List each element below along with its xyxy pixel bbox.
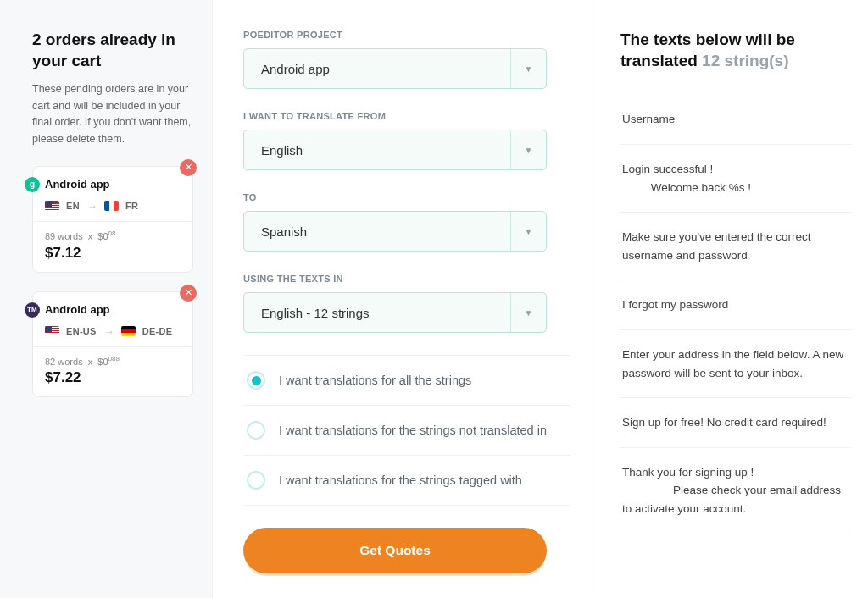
cart-item-meta: 82 words x $0088 <box>45 355 181 367</box>
select-to-value: Spanish <box>261 224 307 239</box>
label-texts: USING THE TEXTS IN <box>243 274 570 284</box>
string-preview-item: Username <box>620 95 851 145</box>
filter-radio-option[interactable]: I want translations for the strings tagg… <box>243 456 570 506</box>
select-texts-value: English - 12 strings <box>261 306 370 320</box>
flag-icon <box>45 326 59 336</box>
get-quotes-button[interactable]: Get Quotes <box>243 528 547 573</box>
label-from: I WANT TO TRANSLATE FROM <box>243 111 570 121</box>
select-from-language[interactable]: English ▼ <box>243 130 547 170</box>
select-project-value: Android app <box>261 62 330 76</box>
chevron-down-icon: ▼ <box>510 130 546 169</box>
preview-heading: The texts below will be translated 12 st… <box>620 30 851 71</box>
flag-icon <box>45 201 59 211</box>
string-preview-item: Enter your address in the field below. A… <box>620 330 851 398</box>
select-project[interactable]: Android app ▼ <box>243 48 547 89</box>
provider-badge: g <box>25 177 40 192</box>
provider-badge: TM <box>25 302 40 318</box>
select-to-language[interactable]: Spanish ▼ <box>243 211 547 252</box>
label-to: TO <box>243 192 570 202</box>
cart-item: ✕ g Android app EN → FR 89 words x $008 … <box>32 166 193 273</box>
radio-icon <box>247 471 265 490</box>
from-language-code: EN-US <box>66 326 97 336</box>
cart-item-title: Android app <box>45 303 110 316</box>
cart-heading: 2 orders already in your cart <box>32 30 193 71</box>
string-preview-item: Thank you for signing up ! Please check … <box>620 448 851 534</box>
chevron-down-icon: ▼ <box>510 293 546 332</box>
flag-icon <box>104 201 119 211</box>
arrow-right-icon: → <box>103 325 114 338</box>
to-language-code: FR <box>125 201 138 211</box>
close-icon: ✕ <box>185 162 192 173</box>
radio-icon <box>247 371 265 390</box>
filter-radio-group: I want translations for all the strings … <box>243 355 570 506</box>
cart-item-title: Android app <box>45 178 110 191</box>
arrow-right-icon: → <box>86 200 97 213</box>
string-preview-item: I forgot my password <box>620 280 851 330</box>
close-icon: ✕ <box>185 287 192 298</box>
to-language-code: DE-DE <box>142 326 173 336</box>
flag-icon <box>121 326 136 336</box>
radio-label: I want translations for all the strings <box>279 374 471 387</box>
cart-item-price: $7.12 <box>45 245 181 262</box>
cart-item: ✕ TM Android app EN-US → DE-DE 82 words … <box>32 291 193 398</box>
remove-cart-item-button[interactable]: ✕ <box>180 285 197 302</box>
translation-form: POEDITOR PROJECT Android app ▼ I WANT TO… <box>212 0 593 598</box>
string-preview-item: Login successful ! Welcome back %s ! <box>620 145 851 213</box>
radio-label: I want translations for the strings not … <box>279 424 547 437</box>
select-texts[interactable]: English - 12 strings ▼ <box>243 292 547 333</box>
from-language-code: EN <box>66 201 80 211</box>
filter-radio-option[interactable]: I want translations for the strings not … <box>243 406 570 456</box>
select-from-value: English <box>261 143 303 158</box>
string-preview-item: Make sure you've entered the correct use… <box>620 213 851 280</box>
chevron-down-icon: ▼ <box>510 212 546 251</box>
preview-count: 12 string(s) <box>702 52 788 69</box>
radio-label: I want translations for the strings tagg… <box>279 473 522 487</box>
cart-items-container: ✕ g Android app EN → FR 89 words x $008 … <box>32 166 193 397</box>
string-preview-item: Sign up for free! No credit card require… <box>620 398 851 448</box>
radio-icon <box>247 421 265 440</box>
cart-item-meta: 89 words x $008 <box>45 230 181 241</box>
cart-sidebar: 2 orders already in your cart These pend… <box>0 0 212 598</box>
remove-cart-item-button[interactable]: ✕ <box>180 159 197 176</box>
preview-panel: The texts below will be translated 12 st… <box>593 0 868 598</box>
filter-radio-option[interactable]: I want translations for all the strings <box>243 356 570 406</box>
chevron-down-icon: ▼ <box>510 49 546 88</box>
cart-item-price: $7.22 <box>45 369 181 386</box>
strings-list: UsernameLogin successful ! Welcome back … <box>620 95 851 534</box>
cart-description: These pending orders are in your cart an… <box>32 81 193 147</box>
label-project: POEDITOR PROJECT <box>243 30 570 40</box>
